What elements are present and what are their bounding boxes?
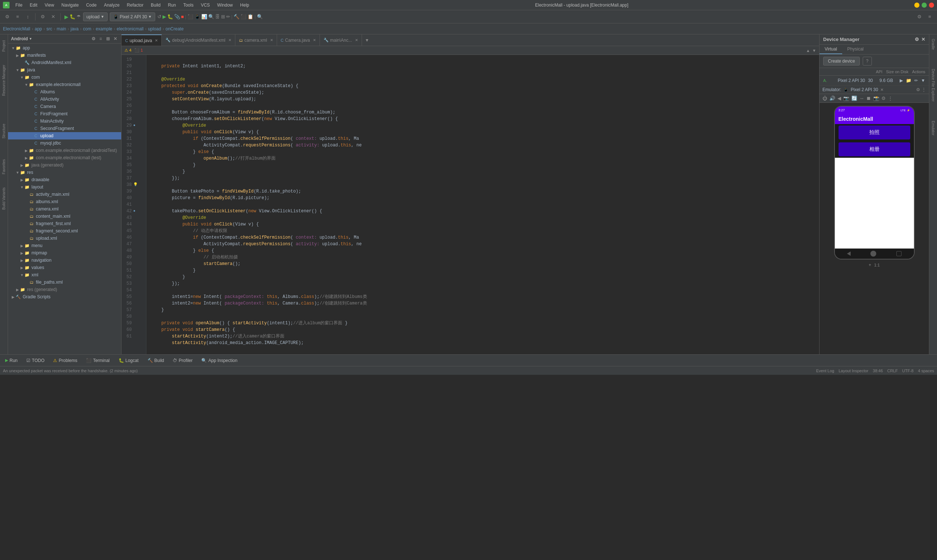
profiler-btn[interactable]: ⏱ Profiler — [171, 357, 195, 364]
terminal-btn[interactable]: ⬛ Terminal — [84, 357, 112, 364]
tab-debug-manifest[interactable]: 🔧 debug\AndroidManifest.xml ✕ — [162, 34, 235, 46]
event-log-btn[interactable]: Event Log — [816, 369, 834, 373]
tab-camera-java[interactable]: C Camera.java ✕ — [277, 34, 320, 46]
todo-btn[interactable]: ☑ TODO — [24, 357, 46, 364]
emu-vol-icon[interactable]: 🔊 — [829, 95, 835, 101]
menu-code[interactable]: Code — [83, 2, 100, 8]
tree-item-file-paths[interactable]: 🗂 file_paths.xml — [8, 278, 121, 286]
emu-screenshot-icon[interactable]: 📸 — [873, 95, 879, 101]
emulator-more-icon[interactable]: ⋮ — [922, 87, 926, 92]
tree-item-navigation[interactable]: ▶ 📁 navigation — [8, 257, 121, 264]
left-tab-structure[interactable]: Structure — [1, 121, 6, 142]
left-tab-project[interactable]: Project — [1, 37, 6, 55]
menu-navigate[interactable]: Navigate — [58, 2, 82, 8]
app-inspection-btn[interactable]: 🔍 App Inspection — [199, 357, 239, 364]
panel-tool-gear[interactable]: ⚙ — [91, 36, 96, 42]
nav-back-icon[interactable] — [847, 251, 851, 256]
create-device-button[interactable]: Create device — [823, 57, 860, 66]
tree-item-mipmap[interactable]: ▶ 📁 mipmap — [8, 249, 121, 257]
problems-btn[interactable]: ⚠ Problems — [51, 357, 79, 364]
menu-window[interactable]: Window — [214, 2, 236, 8]
device-folder-icon[interactable]: 📁 — [906, 78, 911, 83]
tree-item-upload[interactable]: C upload — [8, 132, 121, 140]
debug-icon[interactable]: 🐛 — [69, 14, 75, 19]
tree-item-mysql[interactable]: C mysql.jdbc — [8, 140, 121, 147]
tree-item-java[interactable]: ▼ 📁 java — [8, 66, 121, 74]
inspect-icon[interactable]: 🔍 — [208, 14, 214, 19]
left-tab-resource[interactable]: Resource Manager — [1, 62, 6, 99]
emu-stop-icon[interactable]: ⏹ — [866, 95, 871, 101]
tree-item-albums[interactable]: C Albums — [8, 88, 121, 95]
menu-file[interactable]: File — [12, 2, 25, 8]
profile-icon[interactable]: 📊 — [201, 14, 207, 19]
edit-icon[interactable]: ✏ — [226, 14, 230, 19]
zoom-minus-icon[interactable]: + — [869, 262, 871, 268]
bc-oncreate[interactable]: onCreate — [165, 26, 183, 31]
bc-src[interactable]: src — [46, 26, 52, 31]
tree-item-menu[interactable]: ▶ 📁 menu — [8, 242, 121, 249]
tab-virtual[interactable]: Virtual — [820, 45, 842, 54]
tree-item-res-generated[interactable]: ▶ 📁 res (generated) — [8, 286, 121, 293]
tree-item-manifests[interactable]: ▶ 📁 manifests — [8, 52, 121, 59]
tree-item-mainactivity[interactable]: C MainActivity — [8, 117, 121, 125]
tab-close-upload[interactable]: ✕ — [155, 38, 158, 43]
run-app-icon[interactable]: ▶ — [163, 14, 166, 19]
tab-close-camera-xml[interactable]: ✕ — [270, 38, 273, 42]
device-edit-icon[interactable]: ✏ — [914, 78, 918, 83]
tab-close-manifest[interactable]: ✕ — [228, 38, 231, 42]
layout-icon[interactable]: ⊞ — [221, 14, 225, 19]
right-tab-gradle[interactable]: Gradle — [931, 36, 936, 53]
tab-close-camera-java[interactable]: ✕ — [313, 38, 316, 42]
scroll-up-icon[interactable]: ▲ — [806, 48, 810, 53]
minimize-button[interactable] — [914, 3, 919, 8]
device-row-pixel2[interactable]: A. Pixel 2 API 30 30 9.6 GB ▶ 📁 ✏ ▼ — [820, 76, 929, 86]
phone-btn-2[interactable]: 相册 — [839, 142, 910, 156]
run-config-dropdown[interactable]: upload ▼ — [83, 12, 108, 21]
bc-main[interactable]: main — [57, 26, 66, 31]
logcat-btn[interactable]: 🐛 Logcat — [116, 357, 141, 364]
bc-java[interactable]: java — [71, 26, 79, 31]
tree-item-activity-main[interactable]: 🗂 activity_main.xml — [8, 191, 121, 198]
tab-camera-xml[interactable]: 🗂 camera.xml ✕ — [235, 34, 277, 46]
search-icon[interactable]: 🔍 — [257, 14, 263, 19]
tree-item-androidtest[interactable]: ▶ 📁 com.example.electronicmall (androidT… — [8, 147, 121, 154]
code-content[interactable]: private Intent intent1, intent2; @Overri… — [146, 55, 819, 354]
tab-upload-java[interactable]: C upload.java ✕ — [122, 34, 162, 46]
bc-upload[interactable]: upload — [148, 26, 161, 31]
tree-item-gradle[interactable]: ▶ 🔨 Gradle Scripts — [8, 293, 121, 300]
panel-tool-expand[interactable]: ⊞ — [105, 36, 111, 42]
help-button[interactable]: ? — [863, 57, 872, 66]
scroll-down-icon[interactable]: ▼ — [812, 48, 816, 53]
tree-item-androidmanifest[interactable]: 🔧 AndroidManifest.xml — [8, 59, 121, 66]
device-manager-close[interactable]: ✕ — [921, 37, 925, 42]
stop-icon[interactable]: ■ — [181, 14, 184, 19]
menu-build[interactable]: Build — [148, 2, 164, 8]
tree-item-app[interactable]: ▼ 📁 app — [8, 44, 121, 52]
debug-app-icon[interactable]: 🐛 — [167, 14, 173, 19]
left-tab-build[interactable]: Build Variants — [1, 185, 6, 213]
tree-item-camera-xml[interactable]: 🗂 camera.xml — [8, 205, 121, 213]
logcat-icon[interactable]: 📋 — [248, 14, 253, 19]
maximize-button[interactable] — [922, 3, 927, 8]
tab-main-anc[interactable]: 🔧 main\Anc... ✕ — [320, 34, 362, 46]
avd-icon[interactable]: 📱 — [194, 14, 200, 19]
menu-tools[interactable]: Tools — [180, 2, 197, 8]
menu-edit[interactable]: Edit — [27, 2, 40, 8]
emu-power-icon[interactable]: ⏻ — [822, 95, 827, 101]
run-icon[interactable]: ▶ — [65, 14, 68, 20]
tab-close-main-anc[interactable]: ✕ — [355, 38, 358, 42]
nav-recents-icon[interactable] — [896, 251, 902, 256]
toolbar-btn-1[interactable]: ⚙ — [3, 12, 12, 21]
tree-item-content-main[interactable]: 🗂 content_main.xml — [8, 213, 121, 220]
run-btn[interactable]: ▶ Run — [3, 357, 20, 364]
db-icon[interactable]: 🗄 — [215, 14, 220, 19]
tree-item-java-generated[interactable]: ▶ 📁 java (generated) — [8, 162, 121, 169]
tree-item-example[interactable]: ▼ 📁 example.electronicmall — [8, 81, 121, 88]
close-button[interactable] — [929, 3, 934, 8]
toolbar-btn-2[interactable]: ≡ — [13, 12, 22, 21]
tree-item-xml-folder[interactable]: ▼ 📁 xml — [8, 271, 121, 278]
emu-resize-icon[interactable]: ↔ — [859, 95, 864, 101]
tree-item-values[interactable]: ▶ 📁 values — [8, 264, 121, 271]
tree-item-fragment-second[interactable]: 🗂 fragment_second.xml — [8, 227, 121, 235]
sync-icon[interactable]: ↺ — [157, 14, 162, 19]
